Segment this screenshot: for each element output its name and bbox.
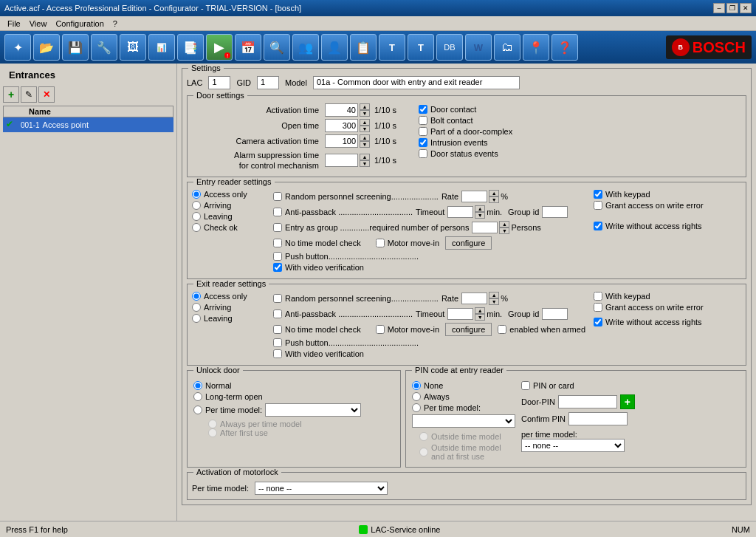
chart-toolbar-button[interactable]: 📊 — [148, 34, 175, 61]
exit-videoverif-checkbox[interactable] — [273, 349, 282, 358]
door-pin-input[interactable] — [558, 395, 617, 408]
part-door-complex-checkbox[interactable] — [419, 127, 427, 136]
bolt-contact-checkbox[interactable] — [419, 116, 427, 125]
settings-toolbar-button[interactable]: 🔧 — [91, 34, 117, 61]
entry-screening-checkbox[interactable] — [273, 192, 282, 201]
camera-time-input[interactable] — [325, 134, 358, 148]
exit-motormovein-checkbox[interactable] — [376, 325, 385, 334]
entry-asgroup-input[interactable] — [472, 222, 498, 233]
entry-pushbutton-checkbox[interactable] — [273, 252, 282, 261]
exit-timeout-up[interactable]: ▲ — [475, 307, 485, 314]
exit-keypad-checkbox[interactable] — [594, 292, 602, 301]
menu-view[interactable]: View — [25, 18, 52, 29]
entry-keypad-checkbox[interactable] — [594, 190, 602, 199]
entry-access-only-radio[interactable] — [192, 190, 201, 199]
alarm-up[interactable]: ▲ — [360, 154, 370, 160]
pin-none-radio[interactable] — [412, 381, 421, 390]
camera-up[interactable]: ▲ — [360, 134, 370, 141]
menu-file[interactable]: File — [3, 18, 25, 29]
gid-value[interactable]: 1 — [257, 76, 279, 89]
entry-motormovein-checkbox[interactable] — [376, 239, 385, 247]
text-toolbar-button[interactable]: T — [379, 34, 405, 61]
entry-groupid-input[interactable] — [542, 206, 568, 218]
unlock-pertimemodel-radio[interactable] — [193, 406, 202, 414]
pin-pertimemodel-select[interactable] — [412, 414, 515, 428]
entry-grant-checkbox[interactable] — [594, 201, 602, 210]
entry-configure-button[interactable]: configure — [445, 236, 492, 250]
entry-asgroup-up[interactable]: ▲ — [499, 221, 509, 228]
open-toolbar-button[interactable]: 📂 — [33, 34, 60, 61]
entry-timeout-up[interactable]: ▲ — [475, 205, 485, 212]
unlock-normal-radio[interactable] — [193, 381, 202, 390]
exit-screening-checkbox[interactable] — [273, 294, 282, 303]
lac-value[interactable]: 1 — [208, 76, 230, 89]
menu-help[interactable]: ? — [109, 18, 122, 29]
motorlock-select[interactable]: -- none -- — [255, 482, 388, 495]
exit-rate-up[interactable]: ▲ — [489, 292, 499, 298]
entry-rate-down[interactable]: ▼ — [489, 196, 499, 203]
user-toolbar-button[interactable]: 👤 — [321, 34, 348, 61]
unlock-longterm-radio[interactable] — [193, 392, 202, 401]
confirm-pin-input[interactable] — [568, 412, 628, 425]
new-toolbar-button[interactable]: ✦ — [4, 34, 31, 61]
unlock-pertimemodel-select[interactable] — [265, 403, 361, 417]
bookmark-toolbar-button[interactable]: 📑 — [177, 34, 204, 61]
alarm-down[interactable]: ▼ — [360, 160, 370, 167]
exit-arriving-radio[interactable] — [192, 303, 201, 312]
word-toolbar-button[interactable]: W — [465, 34, 492, 61]
pin-pertimemodel-radio[interactable] — [412, 403, 421, 412]
entry-antipassback-checkbox[interactable] — [273, 208, 282, 216]
exit-configure-button[interactable]: configure — [445, 323, 492, 336]
calendar-toolbar-button[interactable]: 📅 — [235, 34, 261, 61]
exit-enabledwhenarmed-checkbox[interactable] — [498, 325, 506, 334]
entry-arriving-radio[interactable] — [192, 201, 201, 210]
model-value[interactable]: 01a - Common door with entry and exit re… — [313, 76, 520, 89]
entry-write-checkbox[interactable] — [594, 222, 602, 230]
entry-no-timemodel-checkbox[interactable] — [273, 239, 282, 247]
close-button[interactable]: ✕ — [740, 3, 752, 13]
exit-leaving-radio[interactable] — [192, 314, 201, 323]
entry-checkok-radio[interactable] — [192, 223, 201, 232]
help-toolbar-button[interactable]: ❓ — [551, 34, 578, 61]
folder2-toolbar-button[interactable]: 🗂 — [494, 34, 520, 61]
menu-configuration[interactable]: Configuration — [51, 18, 108, 29]
pin-toolbar-button[interactable]: 📍 — [523, 34, 549, 61]
activation-time-input[interactable] — [325, 103, 358, 117]
run-toolbar-button[interactable]: ▶ ! — [206, 34, 233, 61]
exit-groupid-input[interactable] — [542, 308, 568, 320]
exit-timeout-input[interactable] — [447, 308, 473, 320]
entry-asgroup-checkbox[interactable] — [273, 223, 282, 232]
add-entrance-button[interactable]: + — [3, 86, 19, 103]
door-pin-add-button[interactable]: + — [620, 394, 635, 409]
entry-videoverif-checkbox[interactable] — [273, 263, 282, 272]
open-down[interactable]: ▼ — [360, 126, 370, 132]
entry-timeout-input[interactable] — [447, 206, 473, 218]
clipboard-toolbar-button[interactable]: 📋 — [350, 34, 377, 61]
search-toolbar-button[interactable]: 🔍 — [264, 34, 290, 61]
exit-grant-checkbox[interactable] — [594, 303, 602, 312]
entry-asgroup-down[interactable]: ▼ — [499, 228, 509, 234]
open-up[interactable]: ▲ — [360, 119, 370, 126]
entry-timeout-down[interactable]: ▼ — [475, 212, 485, 219]
camera-down[interactable]: ▼ — [360, 141, 370, 148]
activation-down[interactable]: ▼ — [360, 110, 370, 117]
entry-leaving-radio[interactable] — [192, 212, 201, 221]
exit-rate-down[interactable]: ▼ — [489, 298, 499, 305]
delete-entrance-button[interactable]: ✕ — [38, 86, 55, 103]
alarm-suppression-input[interactable] — [325, 154, 358, 167]
open-time-input[interactable] — [325, 119, 358, 132]
per-time-model-select[interactable]: -- none -- — [521, 439, 625, 452]
exit-access-only-radio[interactable] — [192, 292, 201, 301]
exit-write-checkbox[interactable] — [594, 318, 602, 326]
exit-no-timemodel-checkbox[interactable] — [273, 325, 282, 334]
text2-toolbar-button[interactable]: T — [408, 34, 434, 61]
intrusion-events-checkbox[interactable] — [419, 138, 427, 147]
exit-pushbutton-checkbox[interactable] — [273, 338, 282, 347]
pin-always-radio[interactable] — [412, 392, 421, 401]
data-toolbar-button[interactable]: DB — [436, 34, 463, 61]
activation-up[interactable]: ▲ — [360, 103, 370, 110]
minimize-button[interactable]: – — [713, 3, 725, 13]
restore-button[interactable]: ❐ — [726, 3, 738, 13]
entry-rate-input[interactable] — [461, 191, 487, 202]
door-contact-checkbox[interactable] — [419, 105, 427, 114]
